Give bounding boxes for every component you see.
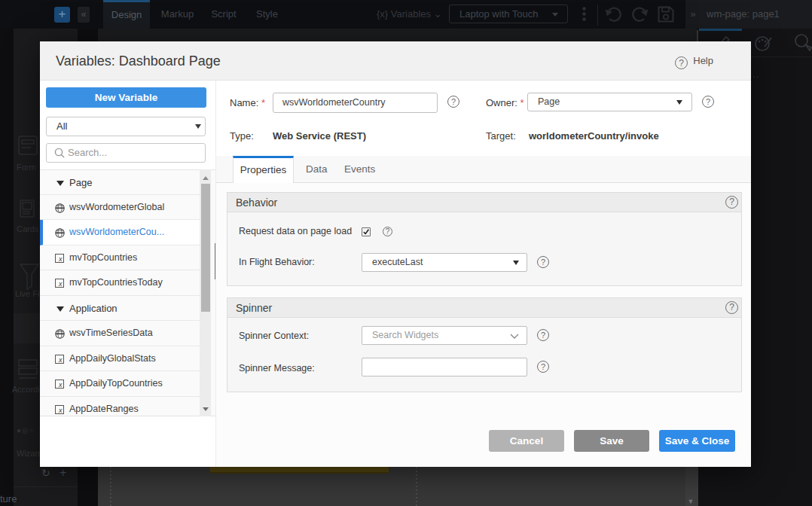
svg-text:x: x <box>58 255 63 263</box>
svg-text:x: x <box>58 280 63 288</box>
svg-text:x: x <box>58 381 63 389</box>
svg-text:x: x <box>58 407 63 414</box>
svg-text:x: x <box>58 356 63 364</box>
